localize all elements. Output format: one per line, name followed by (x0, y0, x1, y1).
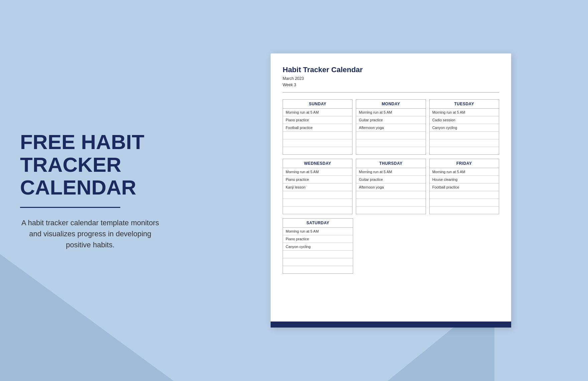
friday-row-5: - (430, 199, 499, 207)
day-wednesday-rows: Morning run at 5 AM Piano practice Kanji… (283, 168, 352, 214)
thursday-row-6: - (356, 207, 425, 214)
saturday-row-4: - (283, 251, 353, 258)
day-saturday: SATURDAY Morning run at 5 AM Piano pract… (283, 218, 353, 274)
thursday-row-5: - (356, 199, 425, 207)
thursday-row-4: - (356, 191, 425, 199)
left-panel: FREE HABITTRACKER CALENDAR A habit track… (0, 111, 207, 271)
day-monday-rows: Morning run at 5 AM Guitar practice Afte… (356, 109, 425, 154)
day-sunday: SUNDAY Morning run at 5 AM Piano practic… (283, 99, 352, 155)
bg-shape-left (0, 254, 174, 381)
day-tuesday-header: TUESDAY (430, 100, 499, 109)
saturday-row-1: Morning run at 5 AM (283, 228, 353, 235)
day-tuesday-rows: Morning run at 5 AM Cadio session Canyon… (430, 109, 499, 154)
friday-row-2: House cleaning (430, 176, 499, 183)
friday-row-1: Morning run at 5 AM (430, 168, 499, 176)
day-thursday: THURSDAY Morning run at 5 AM Guitar prac… (356, 159, 426, 214)
saturday-row-2: Piano practice (283, 235, 353, 243)
calendar-card: Habit Tracker Calendar March 2023 Week 3… (271, 53, 511, 328)
day-thursday-header: THURSDAY (356, 159, 425, 168)
thursday-row-3: Afternoon yoga (356, 183, 425, 191)
friday-row-4: - (430, 191, 499, 199)
sunday-row-4: - (283, 132, 352, 139)
left-desc: A habit tracker calendar template monito… (20, 217, 160, 250)
wednesday-row-1: Morning run at 5 AM (283, 168, 352, 176)
day-monday-header: MONDAY (356, 100, 425, 109)
wednesday-row-6: - (283, 207, 352, 214)
friday-row-3: Football practice (430, 183, 499, 191)
wednesday-row-2: Piano practice (283, 176, 352, 183)
saturday-row-3: Canyon cycling (283, 243, 353, 251)
day-sunday-header: SUNDAY (283, 100, 352, 109)
day-monday: MONDAY Morning run at 5 AM Guitar practi… (356, 99, 426, 155)
day-wednesday: WEDNESDAY Morning run at 5 AM Piano prac… (283, 159, 352, 214)
week-grid-row2: WEDNESDAY Morning run at 5 AM Piano prac… (283, 159, 499, 214)
sunday-row-6: - (283, 147, 352, 154)
day-thursday-rows: Morning run at 5 AM Guitar practice Afte… (356, 168, 425, 214)
tuesday-row-6: - (430, 147, 499, 154)
day-sunday-rows: Morning run at 5 AM Piano practice Footb… (283, 109, 352, 154)
monday-row-3: Afternoon yoga (356, 124, 425, 132)
right-panel: Habit Tracker Calendar March 2023 Week 3… (207, 40, 588, 341)
day-friday-header: FRIDAY (430, 159, 499, 168)
saturday-section: SATURDAY Morning run at 5 AM Piano pract… (283, 218, 499, 274)
sunday-row-3: Football practice (283, 124, 352, 132)
monday-row-4: - (356, 132, 425, 139)
monday-row-6: - (356, 147, 425, 154)
tuesday-row-3: Canyon cycling (430, 124, 499, 132)
sunday-row-2: Piano practice (283, 116, 352, 124)
tuesday-row-4: - (430, 132, 499, 139)
monday-row-2: Guitar practice (356, 116, 425, 124)
wednesday-row-3: Kanji lesson (283, 183, 352, 191)
calendar-subtitle: March 2023 Week 3 (283, 76, 499, 88)
saturday-row-6: - (283, 266, 353, 273)
calendar-footer-bar (271, 322, 511, 328)
day-tuesday: TUESDAY Morning run at 5 AM Cadio sessio… (429, 99, 499, 155)
left-title: FREE HABITTRACKER CALENDAR (20, 131, 187, 199)
thursday-row-1: Morning run at 5 AM (356, 168, 425, 176)
left-divider (20, 207, 120, 208)
sunday-row-5: - (283, 139, 352, 147)
week-grid-row1: SUNDAY Morning run at 5 AM Piano practic… (283, 99, 499, 155)
sunday-row-1: Morning run at 5 AM (283, 109, 352, 116)
day-saturday-header: SATURDAY (283, 219, 353, 228)
calendar-title: Habit Tracker Calendar (283, 66, 499, 74)
tuesday-row-5: - (430, 139, 499, 147)
thursday-row-2: Guitar practice (356, 176, 425, 183)
day-friday-rows: Morning run at 5 AM House cleaning Footb… (430, 168, 499, 214)
day-saturday-rows: Morning run at 5 AM Piano practice Canyo… (283, 228, 353, 273)
friday-row-6: - (430, 207, 499, 214)
day-wednesday-header: WEDNESDAY (283, 159, 352, 168)
wednesday-row-4: - (283, 191, 352, 199)
monday-row-1: Morning run at 5 AM (356, 109, 425, 116)
day-friday: FRIDAY Morning run at 5 AM House cleanin… (429, 159, 499, 214)
saturday-row-5: - (283, 258, 353, 266)
calendar-divider (283, 92, 499, 93)
monday-row-5: - (356, 139, 425, 147)
tuesday-row-2: Cadio session (430, 116, 499, 124)
wednesday-row-5: - (283, 199, 352, 207)
tuesday-row-1: Morning run at 5 AM (430, 109, 499, 116)
